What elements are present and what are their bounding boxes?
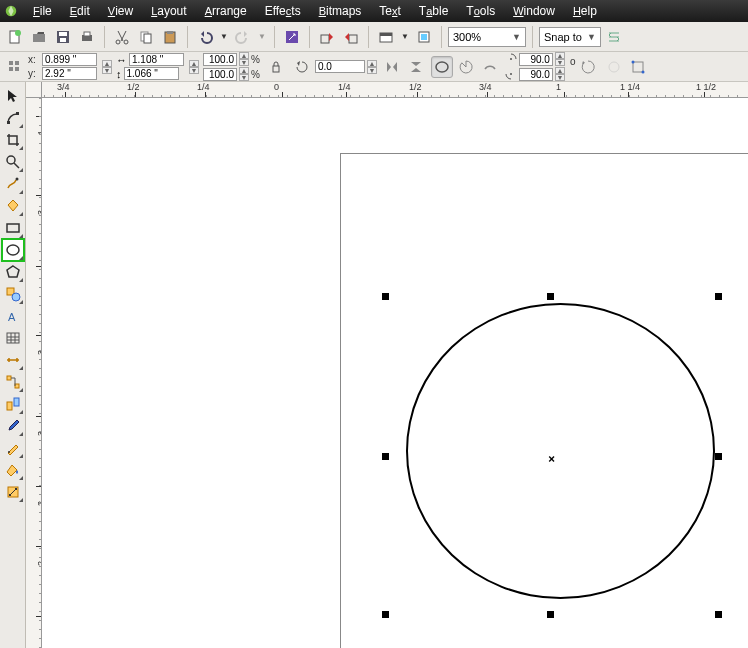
menu-bitmaps[interactable]: Bitmaps [310,2,371,20]
rotation-input[interactable]: 0.0 [315,60,365,73]
selection-handle[interactable] [547,293,554,300]
width-input[interactable]: 1.108 " [129,53,184,66]
y-input[interactable]: 2.92 " [42,67,97,80]
vertical-ruler[interactable]: 43 3/43 1/432 3/42 1/2 [26,98,42,648]
print-button[interactable] [76,26,98,48]
ellipse-mode-button[interactable] [431,56,453,78]
fill-tool[interactable] [3,460,23,480]
menu-table[interactable]: Table [410,2,457,20]
zoom-value: 300% [453,31,481,43]
dimension-tool[interactable] [3,350,23,370]
menu-text[interactable]: Text [370,2,410,20]
copy-button[interactable] [135,26,157,48]
new-button[interactable] [4,26,26,48]
svg-rect-43 [7,376,11,380]
drawing-canvas[interactable]: × [42,98,748,648]
end-angle-input[interactable]: 90.0 [519,68,553,81]
smart-fill-tool[interactable] [3,196,23,216]
save-button[interactable] [52,26,74,48]
ruler-tick-label: 3/4 [57,82,70,92]
svg-rect-16 [349,35,357,43]
connector-tool[interactable] [3,372,23,392]
menu-edit[interactable]: Edit [61,2,99,20]
selected-ellipse[interactable] [406,303,715,599]
menu-layout[interactable]: Layout [142,2,195,20]
snap-label: Snap to [544,31,582,43]
pie-mode-button[interactable] [455,56,477,78]
height-input[interactable]: 1.066 " [124,67,179,80]
text-tool[interactable]: A [3,306,23,326]
app-launcher-button[interactable] [413,26,435,48]
convert-curves-button[interactable] [627,56,649,78]
mirror-h-button[interactable] [381,56,403,78]
position-stepper[interactable]: ▲▼ [102,60,112,74]
blend-tool[interactable] [3,394,23,414]
import-button[interactable] [316,26,338,48]
basic-shapes-tool[interactable] [3,284,23,304]
scaley-stepper[interactable]: ▲▼ [239,67,249,81]
zoom-combo[interactable]: 300%▼ [448,27,526,47]
start-angle-input[interactable]: 90.0 [519,53,553,66]
menu-tools[interactable]: Tools [457,2,504,20]
selection-handle[interactable] [547,611,554,618]
svg-rect-20 [421,34,427,40]
wrap-text-button [603,56,625,78]
scale-y-input[interactable]: 100.0 [203,68,237,81]
selection-handle[interactable] [382,293,389,300]
paste-button[interactable] [159,26,181,48]
menu-view[interactable]: View [99,2,142,20]
app-logo-icon [4,4,18,18]
outline-tool[interactable] [3,438,23,458]
svg-rect-5 [60,38,66,42]
selection-handle[interactable] [382,453,389,460]
table-tool[interactable] [3,328,23,348]
svg-rect-46 [14,398,19,406]
undo-button[interactable] [194,26,216,48]
pick-tool[interactable] [3,86,23,106]
shape-tool[interactable] [3,108,23,128]
publish-dropdown[interactable]: ▼ [399,26,411,48]
crop-tool[interactable] [3,130,23,150]
eyedropper-tool[interactable] [3,416,23,436]
scalex-stepper[interactable]: ▲▼ [239,52,249,66]
rotation-stepper[interactable]: ▲▼ [367,60,377,74]
selection-handle[interactable] [715,293,722,300]
svg-rect-7 [84,32,90,36]
menu-file[interactable]: File [24,2,61,20]
arc-mode-button[interactable] [479,56,501,78]
x-input[interactable]: 0.899 " [42,53,97,66]
degree-label: o [570,56,576,67]
interactive-fill-tool[interactable] [3,482,23,502]
lock-ratio-button[interactable] [265,56,287,78]
scale-x-input[interactable]: 100.0 [203,53,237,66]
menu-effects[interactable]: Effects [256,2,310,20]
cut-button[interactable] [111,26,133,48]
svg-rect-25 [273,66,279,72]
export-button[interactable] [340,26,362,48]
options-button[interactable] [603,26,625,48]
y-label: y: [28,68,40,79]
selection-handle[interactable] [715,611,722,618]
selection-handle[interactable] [382,611,389,618]
open-button[interactable] [28,26,50,48]
start-angle-icon [505,53,517,65]
menu-window[interactable]: Window [504,2,564,20]
mirror-v-button[interactable] [405,56,427,78]
search-button[interactable] [281,26,303,48]
publish-pdf-button[interactable] [375,26,397,48]
height-icon: ↕ [116,68,122,80]
rectangle-tool[interactable] [3,218,23,238]
zoom-tool[interactable] [3,152,23,172]
ellipse-tool[interactable] [3,240,23,260]
menu-arrange[interactable]: Arrange [196,2,256,20]
selection-handle[interactable] [715,453,722,460]
direction-button[interactable] [577,56,599,78]
horizontal-ruler[interactable]: 3/41/21/401/41/23/411 1/41 1/2 [26,82,748,98]
size-stepper[interactable]: ▲▼ [189,60,199,74]
snap-combo[interactable]: Snap to▼ [539,27,601,47]
polygon-tool[interactable] [3,262,23,282]
undo-dropdown[interactable]: ▼ [218,26,230,48]
svg-rect-30 [633,62,643,72]
freehand-tool[interactable] [3,174,23,194]
menu-help[interactable]: Help [564,2,606,20]
